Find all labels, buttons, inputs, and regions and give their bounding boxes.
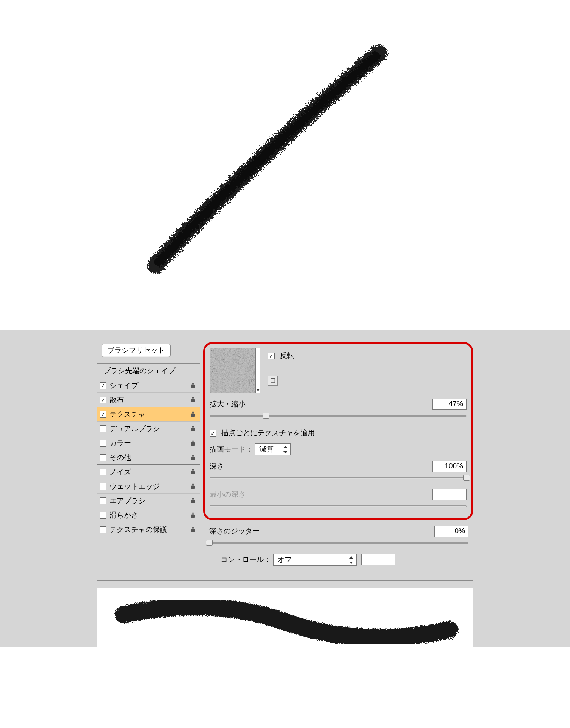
invert-label: 反転 (280, 351, 294, 359)
lock-icon[interactable] (189, 469, 197, 475)
texture-swatch-row: ✓ 反転 (210, 348, 467, 393)
control-row: コントロール： オフ (221, 554, 468, 566)
brush-preview-area (97, 580, 473, 647)
checkbox-dual-brush[interactable] (100, 425, 106, 432)
lock-icon[interactable] (189, 382, 197, 389)
lock-icon[interactable] (189, 411, 197, 418)
min-depth-slider (210, 504, 467, 511)
brush-stroke-preview-top (0, 0, 570, 330)
checkbox-wet-edges[interactable] (100, 483, 106, 490)
blend-mode-label: 描画モード： (210, 444, 253, 454)
option-label: 滑らかさ (110, 510, 189, 520)
checkbox-protect-texture[interactable] (100, 526, 106, 533)
depth-value-input[interactable]: 100% (432, 461, 467, 472)
option-airbrush[interactable]: エアブラシ (97, 494, 200, 508)
option-label: テクスチャの保護 (110, 525, 189, 535)
apply-per-tip-row: ✓ 描点ごとにテクスチャを適用 (210, 428, 467, 438)
option-label: ウェットエッジ (110, 482, 189, 491)
min-depth-label: 最小の深さ (210, 490, 432, 499)
apply-per-tip-label: 描点ごとにテクスチャを適用 (221, 429, 315, 437)
depth-jitter-slider[interactable] (209, 541, 468, 548)
scale-row: 拡大・縮小 47% (210, 399, 467, 410)
updown-arrows-icon (283, 445, 288, 454)
depth-jitter-row: 深さのジッター 0% (209, 526, 468, 537)
updown-arrows-icon (349, 555, 354, 565)
checkbox-texture[interactable]: ✓ (100, 411, 106, 418)
checkbox-smoothing[interactable] (100, 512, 106, 519)
invert-row: ✓ 反転 (268, 351, 294, 361)
brush-settings-panel: ブラシプリセット ブラシ先端のシェイプ ✓ シェイプ ✓ 散布 ✓ テクスチャ (0, 330, 570, 647)
depth-label: 深さ (210, 461, 432, 471)
control-dropdown[interactable]: オフ (273, 554, 357, 566)
texture-swatch[interactable] (210, 348, 256, 393)
blend-mode-row: 描画モード： 減算 (210, 443, 467, 455)
scale-value-input[interactable]: 47% (432, 399, 467, 410)
lock-icon[interactable] (189, 483, 197, 490)
brush-preview-box (97, 588, 473, 647)
control-extra-input[interactable] (361, 554, 395, 565)
depth-slider[interactable] (210, 476, 467, 483)
lock-icon[interactable] (189, 497, 197, 504)
top-brush-stroke-area (0, 0, 570, 330)
option-color[interactable]: カラー (97, 436, 200, 450)
option-protect-texture[interactable]: テクスチャの保護 (97, 522, 200, 537)
highlighted-texture-settings: ✓ 反転 拡大・縮小 47% ✓ 描点ごとにテクスチャを適用 (203, 342, 473, 520)
option-label: 散布 (110, 395, 189, 405)
lock-icon[interactable] (189, 454, 197, 461)
option-label: ノイズ (110, 467, 189, 477)
lock-icon[interactable] (189, 397, 197, 403)
texture-picker-dropdown[interactable] (256, 348, 260, 393)
lock-icon[interactable] (189, 526, 197, 533)
brush-tip-shape-header[interactable]: ブラシ先端のシェイプ (97, 364, 200, 378)
depth-jitter-value-input[interactable]: 0% (434, 526, 468, 537)
brush-preset-button[interactable]: ブラシプリセット (102, 344, 171, 357)
new-preset-icon[interactable] (268, 376, 278, 386)
lock-icon[interactable] (189, 440, 197, 447)
option-smoothing[interactable]: 滑らかさ (97, 508, 200, 522)
option-label: テクスチャ (110, 410, 189, 419)
scale-label: 拡大・縮小 (210, 399, 432, 409)
lock-icon[interactable] (189, 512, 197, 519)
scale-slider[interactable] (210, 414, 467, 421)
min-depth-row: 最小の深さ (210, 489, 467, 500)
checkbox-invert[interactable]: ✓ (268, 353, 275, 359)
control-label: コントロール： (221, 555, 271, 565)
option-label: エアブラシ (110, 496, 189, 506)
option-other[interactable]: その他 (97, 450, 200, 465)
lock-icon[interactable] (189, 425, 197, 432)
checkbox-other[interactable] (100, 454, 106, 461)
texture-side-controls: ✓ 反転 (268, 348, 294, 386)
checkbox-noise[interactable] (100, 469, 106, 475)
option-shape[interactable]: ✓ シェイプ (97, 378, 200, 393)
checkbox-shape[interactable]: ✓ (100, 382, 106, 389)
control-value: オフ (277, 555, 305, 565)
option-label: デュアルブラシ (110, 424, 189, 434)
option-label: シェイプ (110, 381, 189, 391)
left-column: ブラシプリセット ブラシ先端のシェイプ ✓ シェイプ ✓ 散布 ✓ テクスチャ (97, 344, 200, 537)
checkbox-apply-per-tip[interactable]: ✓ (210, 430, 216, 437)
checkbox-scatter[interactable]: ✓ (100, 397, 106, 403)
checkbox-color[interactable] (100, 440, 106, 447)
brush-options-list: ブラシ先端のシェイプ ✓ シェイプ ✓ 散布 ✓ テクスチャ デュアルブラシ (97, 363, 200, 537)
checkbox-airbrush[interactable] (100, 497, 106, 504)
depth-jitter-label: 深さのジッター (209, 526, 434, 536)
option-dual-brush[interactable]: デュアルブラシ (97, 422, 200, 436)
svg-rect-1 (210, 348, 255, 393)
option-scatter[interactable]: ✓ 散布 (97, 393, 200, 407)
option-label: カラー (110, 438, 189, 448)
depth-row: 深さ 100% (210, 461, 467, 472)
blend-mode-dropdown[interactable]: 減算 (255, 443, 291, 455)
option-wet-edges[interactable]: ウェットエッジ (97, 479, 200, 494)
jitter-section: 深さのジッター 0% コントロール： オフ (205, 526, 473, 573)
option-texture[interactable]: ✓ テクスチャ (97, 407, 200, 422)
option-noise[interactable]: ノイズ (97, 465, 200, 479)
min-depth-value-input[interactable] (432, 489, 467, 500)
option-label: その他 (110, 453, 189, 463)
texture-settings-column: ✓ 反転 拡大・縮小 47% ✓ 描点ごとにテクスチャを適用 (205, 342, 473, 573)
